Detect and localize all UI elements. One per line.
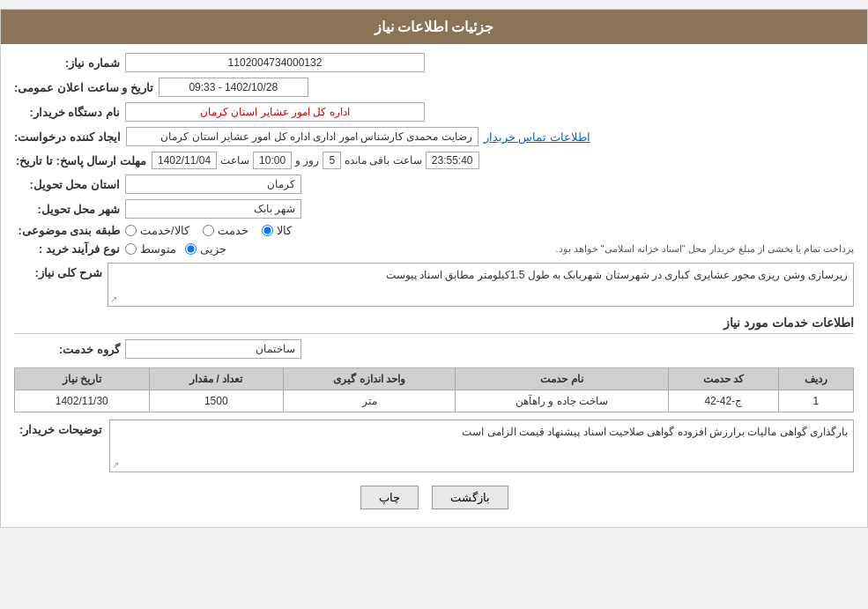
buyer-notes-resize: ↗	[112, 460, 119, 470]
announce-date-input: 1402/10/28 - 09:33	[159, 78, 308, 97]
services-table-section: ردیف کد حدمت نام حدمت واحد اندازه گیری ت…	[14, 368, 854, 412]
category-kala-khidmat-radio[interactable]	[125, 225, 137, 236]
category-kala-radio[interactable]	[262, 225, 273, 236]
cell-name: ساخت جاده و راهآهن	[456, 390, 668, 412]
deadline-date-value: 1402/11/04	[152, 152, 217, 169]
category-kala[interactable]: کالا	[262, 224, 292, 237]
category-radio-group: کالا/خدمت خدمت کالا	[125, 224, 292, 237]
creator-label: ایجاد کننده درخواست:	[14, 130, 121, 144]
need-number-input: 1102004734000132	[125, 53, 425, 72]
col-unit: واحد اندازه گیری	[283, 368, 455, 390]
buyer-name-label: نام دستگاه خریدار:	[14, 106, 120, 119]
need-description-text: زیرسازی وشن ریزی محور عشایری کباری در شه…	[114, 269, 848, 281]
col-qty: تعداد / مقدار	[149, 368, 283, 390]
cell-unit: متر	[283, 390, 455, 412]
category-kala-label: کالا	[277, 224, 292, 237]
time-label: ساعت	[220, 154, 249, 167]
announce-date-label: تاریخ و ساعت اعلان عمومی:	[14, 81, 153, 94]
print-button[interactable]: چاپ	[360, 486, 419, 509]
buyer-notes-box: بارگذاری گواهی مالیات برارزش افزوده گواه…	[109, 420, 854, 472]
col-code: کد حدمت	[668, 368, 778, 390]
col-row: ردیف	[778, 368, 853, 390]
contact-link[interactable]: اطلاعات تماس خریدار	[484, 130, 590, 144]
table-row: 1 ج-42-42 ساخت جاده و راهآهن متر 1500 14…	[15, 390, 854, 412]
col-date: تاریخ نیاز	[15, 368, 150, 390]
category-khidmat-label: خدمت	[218, 224, 249, 237]
process-jozi-label: جزیی	[200, 242, 226, 256]
need-number-label: شماره نیاز:	[14, 56, 120, 70]
need-description-label: شرح کلی نیاز:	[14, 263, 102, 279]
cell-date: 1402/11/30	[15, 390, 150, 412]
remaining-label: ساعت باقی مانده	[345, 154, 422, 167]
category-kala-khidmat[interactable]: کالا/خدمت	[125, 224, 189, 237]
service-group-label: گروه خدمت:	[14, 343, 120, 356]
province-input: کرمان	[125, 175, 301, 194]
services-table: ردیف کد حدمت نام حدمت واحد اندازه گیری ت…	[14, 368, 854, 412]
days-value: 5	[323, 152, 341, 169]
process-jozi[interactable]: جزیی	[185, 242, 226, 256]
buyer-notes-label: توضیحات خریدار:	[14, 420, 102, 436]
resize-handle: ↗	[110, 294, 117, 304]
need-description-box: زیرسازی وشن ریزی محور عشایری کباری در شه…	[108, 263, 854, 307]
service-group-input: ساختمان	[125, 339, 301, 359]
province-label: استان محل تحویل:	[14, 178, 120, 191]
category-khidmat[interactable]: خدمت	[203, 224, 249, 237]
process-description: پرداخت تمام یا بخشی از مبلغ خریدار محل "…	[232, 243, 854, 255]
back-button[interactable]: بازگشت	[432, 486, 508, 509]
process-mutawaset-label: متوسط	[140, 242, 176, 256]
process-jozi-radio[interactable]	[185, 243, 197, 255]
deadline-label: مهلت ارسال پاسخ: تا تاریخ:	[14, 154, 146, 167]
time-value: 10:00	[253, 152, 292, 169]
city-label: شهر محل تحویل:	[14, 203, 120, 216]
services-title: اطلاعات خدمات مورد نیاز	[14, 316, 854, 334]
process-mutawaset-radio[interactable]	[125, 243, 137, 255]
category-khidmat-radio[interactable]	[203, 225, 214, 236]
cell-code: ج-42-42	[668, 390, 778, 412]
page-title: جزئیات اطلاعات نیاز	[1, 10, 867, 44]
buyer-name-input: اداره کل امور عشایر استان کرمان	[125, 102, 425, 122]
city-input: شهر بابک	[125, 199, 301, 219]
process-label: نوع فرآیند خرید :	[14, 242, 120, 256]
cell-row: 1	[778, 390, 853, 412]
buyer-notes-section: بارگذاری گواهی مالیات برارزش افزوده گواه…	[14, 420, 854, 472]
days-label: روز و	[295, 154, 319, 167]
category-kala-khidmat-label: کالا/خدمت	[140, 224, 189, 237]
col-name: نام حدمت	[456, 368, 668, 390]
buyer-notes-text: بارگذاری گواهی مالیات برارزش افزوده گواه…	[115, 426, 848, 438]
cell-qty: 1500	[149, 390, 283, 412]
process-radio-group: متوسط جزیی	[125, 242, 226, 256]
remaining-time-value: 23:55:40	[426, 152, 479, 169]
category-label: طبقه بندی موضوعی:	[14, 224, 120, 237]
action-buttons: بازگشت چاپ	[14, 486, 854, 509]
creator-input: رضایت محمدی کارشناس امور اداری اداره کل …	[126, 127, 479, 146]
process-mutawaset[interactable]: متوسط	[125, 242, 176, 256]
